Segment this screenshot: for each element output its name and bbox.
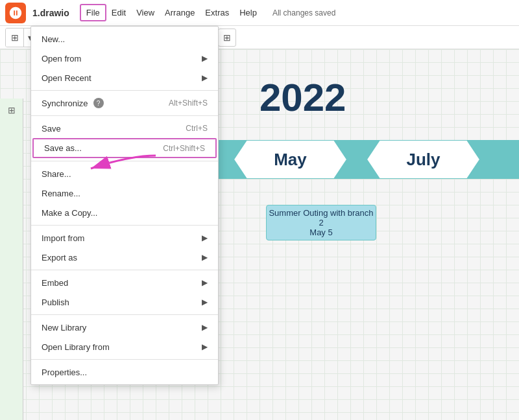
menu-open-library-from[interactable]: Open Library from ▶	[31, 337, 218, 356]
diagram-canvas: 2022 May July Summer Outing with branch …	[227, 62, 519, 420]
menu-open-from[interactable]: Open from ▶	[31, 49, 218, 68]
may-arrow-shape: May	[234, 140, 347, 179]
app-title: 1.drawio	[32, 8, 69, 18]
menu-new[interactable]: New...	[31, 29, 218, 49]
new-library-arrow: ▶	[202, 323, 208, 332]
menu-save[interactable]: Save Ctrl+S	[31, 119, 218, 138]
open-from-arrow: ▶	[202, 54, 208, 63]
menu-make-copy[interactable]: Make a Copy...	[31, 203, 218, 222]
divider-2	[31, 115, 218, 116]
embed-arrow: ▶	[202, 278, 208, 287]
divider-5	[31, 270, 218, 270]
save-status: All changes saved	[272, 8, 335, 18]
app-logo	[5, 3, 26, 23]
left-panel: ⊞	[0, 99, 23, 420]
divider-3	[31, 161, 218, 161]
menu-file[interactable]: File	[80, 4, 106, 21]
menu-edit[interactable]: Edit	[106, 5, 131, 20]
publish-arrow: ▶	[202, 298, 208, 307]
import-arrow: ▶	[202, 233, 208, 242]
sync-help-icon: ?	[93, 98, 104, 108]
menu-import-from[interactable]: Import from ▶	[31, 228, 218, 248]
divider-6	[31, 314, 218, 315]
event-label: Summer Outing with branch 2May 5	[267, 208, 376, 237]
menu-arrange[interactable]: Arrange	[160, 5, 200, 20]
menu-properties[interactable]: Properties...	[31, 362, 218, 382]
divider-1	[31, 90, 218, 91]
divider-4	[31, 225, 218, 226]
event-box: Summer Outing with branch 2May 5	[266, 205, 376, 240]
menu-synchronize[interactable]: Synchronize ? Alt+Shift+S	[31, 93, 218, 113]
menu-open-recent[interactable]: Open Recent ▶	[31, 68, 218, 88]
july-label: July	[406, 150, 440, 170]
menu-save-as[interactable]: Save as... Ctrl+Shift+S	[32, 138, 217, 158]
menu-embed[interactable]: Embed ▶	[31, 273, 218, 292]
open-library-arrow: ▶	[202, 342, 208, 351]
panel-toggle-btn[interactable]: ⊞	[6, 29, 24, 47]
year-label: 2022	[260, 75, 346, 120]
title-bar: 1.drawio File Edit View Arrange Extras H…	[0, 0, 519, 26]
may-label: May	[274, 150, 307, 170]
menu-export-as[interactable]: Export as ▶	[31, 248, 218, 267]
table-btn[interactable]: ⊞	[218, 29, 236, 47]
menu-extras[interactable]: Extras	[200, 5, 234, 20]
file-dropdown-menu: New... Open from ▶ Open Recent ▶ Synchro…	[30, 26, 219, 385]
logo-icon	[8, 6, 23, 20]
menu-view[interactable]: View	[131, 5, 160, 20]
menu-bar: File Edit View Arrange Extras Help	[80, 4, 262, 21]
menu-share[interactable]: Share...	[31, 164, 218, 183]
left-panel-toggle[interactable]: ⊞	[0, 99, 23, 122]
divider-7	[31, 359, 218, 360]
menu-rename[interactable]: Rename...	[31, 183, 218, 203]
menu-new-library[interactable]: New Library ▶	[31, 318, 218, 337]
july-arrow-shape: July	[367, 140, 480, 179]
menu-publish[interactable]: Publish ▶	[31, 292, 218, 312]
open-recent-arrow: ▶	[202, 73, 208, 82]
export-arrow: ▶	[202, 253, 208, 262]
menu-help[interactable]: Help	[234, 5, 262, 20]
